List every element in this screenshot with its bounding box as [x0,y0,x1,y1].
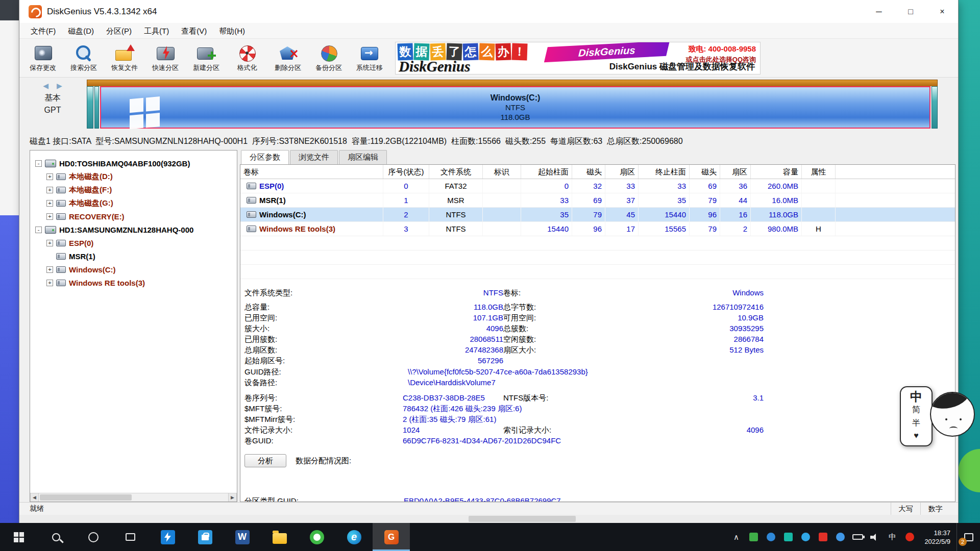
expand-toggle-icon[interactable]: + [46,187,53,193]
column-header[interactable]: 磁头 [572,165,605,179]
analyze-button[interactable]: 分析 [244,454,286,467]
column-header[interactable]: 终止柱面 [639,165,690,179]
expand-toggle-icon[interactable]: + [46,266,53,273]
menu-view[interactable]: 查看(V) [175,23,213,39]
menu-help[interactable]: 帮助(H) [213,23,251,39]
security-green-tray-button[interactable] [745,523,762,551]
column-header[interactable]: 文件系统 [429,165,483,179]
volume-tray-button[interactable] [866,523,884,551]
column-header[interactable]: 属性 [802,165,836,179]
format-button[interactable]: 格式化 [227,40,267,76]
tree-item[interactable]: +本地磁盘(G:) [30,196,237,210]
ad-banner[interactable]: 数据丢了怎么办！ DiskGenius DiskGenius 致电: 400-0… [395,42,761,74]
cortana-button[interactable] [75,523,112,551]
menu-partition[interactable]: 分区(P) [100,23,138,39]
tree-item[interactable]: +Windows RE tools(3) [30,276,237,289]
tray-teal-tray-button[interactable] [779,523,797,551]
cell: 2 [720,222,751,236]
file-explorer-button[interactable] [261,523,298,551]
column-header[interactable]: 序号(状态) [383,165,429,179]
window-title: DiskGenius V5.4.3.1342 x64 [47,7,863,17]
tree-item[interactable]: -HD1:SAMSUNGMZNLN128HAHQ-000 [30,223,237,236]
recover-files-button[interactable]: 恢复文件 [104,40,145,76]
start-button[interactable] [0,523,37,551]
tray-red-tray-button[interactable] [814,523,831,551]
column-header[interactable]: 标识 [483,165,521,179]
column-header[interactable]: 卷标 [240,165,383,179]
partition-row[interactable]: Windows RE tools(3)3NTFS1544096171556579… [240,222,955,236]
expand-toggle-icon[interactable]: + [46,200,53,207]
expand-toggle-icon[interactable]: + [46,280,53,286]
diskgenius-taskbar-button[interactable]: G [373,523,410,551]
expand-toggle-icon[interactable]: + [46,173,53,180]
backup-partition-button[interactable]: 备份分区 [308,40,349,76]
edge-button[interactable]: e [335,523,373,551]
partition-row[interactable]: MSR(1)1MSR33693735794416.0MB [240,193,955,208]
maximize-button[interactable]: □ [895,0,926,23]
tree-item[interactable]: +RECOVERY(E:) [30,210,237,223]
scroll-right-arrow-icon[interactable]: ▶ [228,493,237,502]
window-horizontal-scrollbar[interactable] [19,515,958,523]
expand-toggle-icon[interactable]: + [46,213,53,220]
save-changes-button[interactable]: 保存更改 [22,40,63,76]
hiddens-chevron-tray-button[interactable]: ∧ [727,523,745,551]
store-button[interactable] [186,523,224,551]
tree-item[interactable]: MSR(1) [30,249,237,263]
word-button[interactable]: W [224,523,261,551]
tab-partition-params[interactable]: 分区参数 [241,150,289,164]
expand-toggle-icon[interactable]: - [35,160,42,167]
tab-sector-edit[interactable]: 扇区编辑 [339,150,387,164]
tree-horizontal-scrollbar[interactable]: ◀ ▶ [30,493,237,502]
tree-item[interactable]: +本地磁盘(F:) [30,183,237,196]
delete-partition-button[interactable]: 删除分区 [267,40,308,76]
taskbar-clock[interactable]: 18:37 2022/5/9 [918,529,957,546]
tree-item[interactable]: +Windows(C:) [30,263,237,276]
expand-toggle-icon[interactable]: + [46,240,53,246]
column-header[interactable]: 磁头 [690,165,720,179]
column-header[interactable]: 起始柱面 [521,165,572,179]
tree-item[interactable]: +ESP(0) [30,236,237,249]
recovery-partition-block[interactable] [932,86,938,129]
column-header[interactable]: 容量 [751,165,802,179]
system-migrate-button[interactable]: 系统迁移 [349,40,390,76]
browser-360-button[interactable] [298,523,335,551]
scrollbar-thumb[interactable] [40,494,132,500]
esp-partition-block[interactable] [87,86,93,129]
search-partition-button[interactable]: 搜索分区 [63,40,104,76]
ime-status-widget[interactable]: 中简半♥ [900,386,933,446]
column-header[interactable]: 扇区 [720,165,751,179]
expand-toggle-icon[interactable]: - [35,227,42,233]
scroll-left-arrow-icon[interactable]: ◀ [30,493,39,502]
prev-disk-arrow[interactable]: ◀ [40,82,52,90]
snowflake-tray-button[interactable] [831,523,849,551]
tree-item[interactable]: -HD0:TOSHIBAMQ04ABF100(932GB) [30,157,237,170]
partition-row[interactable]: ESP(0)0FAT3203233336936260.0MB [240,179,955,193]
new-partition-button[interactable]: 新建分区 [186,40,227,76]
msr-partition-block[interactable] [94,86,99,129]
partition-row[interactable]: Windows(C:)2NTFS357945154409616118.0GB [240,208,955,222]
column-header[interactable]: 扇区 [605,165,639,179]
tray-blue-circle-tray-button[interactable] [762,523,779,551]
ime-mascot[interactable] [930,392,977,441]
tray-s-red-tray-button[interactable] [901,523,918,551]
task-view-button[interactable] [112,523,149,551]
windows-partition-block[interactable]: Windows(C:) NTFS 118.0GB [100,86,930,129]
qq-tray-button[interactable] [797,523,814,551]
menu-tools[interactable]: 工具(T) [138,23,175,39]
window-scrollbar-thumb[interactable] [469,516,576,522]
minimize-button[interactable]: ─ [863,0,895,23]
ime-mode-indicator-tray-button[interactable]: 中 [884,523,901,551]
scrollbar-track[interactable] [39,493,228,502]
cell: 96 [572,222,605,236]
tree-item[interactable]: +本地磁盘(D:) [30,170,237,183]
taskbar-search-button[interactable] [37,523,75,551]
tab-browse-files[interactable]: 浏览文件 [290,150,338,164]
menu-file[interactable]: 文件(F) [24,23,62,39]
close-button[interactable]: × [926,0,958,23]
next-disk-arrow[interactable]: ▶ [54,82,65,90]
lightning-app-button[interactable] [149,523,186,551]
battery-tray-button[interactable] [849,523,866,551]
notification-center-button[interactable]: 2 [957,523,980,551]
menu-disk[interactable]: 磁盘(D) [62,23,100,39]
quick-partition-button[interactable]: 快速分区 [145,40,186,76]
